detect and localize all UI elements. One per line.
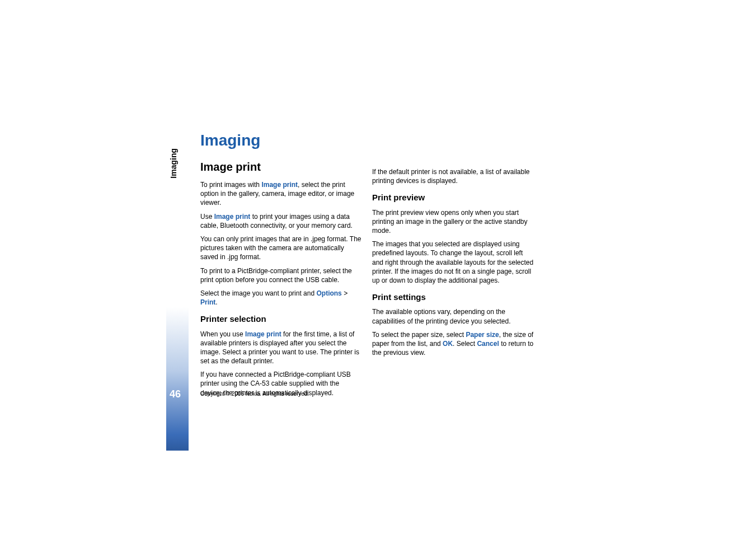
link-paper-size[interactable]: Paper size — [466, 331, 499, 339]
subheading-printer-selection: Printer selection — [200, 313, 362, 325]
sidebar-label-text: Imaging — [169, 148, 178, 179]
paragraph: To print to a PictBridge-compliant print… — [200, 266, 362, 284]
text-run: > — [342, 289, 348, 297]
paragraph: If the default printer is not available,… — [372, 167, 534, 185]
copyright-text: Copyright © 2006 Nokia. All rights reser… — [200, 391, 309, 397]
text-run: . — [215, 298, 217, 306]
text-run: Select the image you want to print and — [200, 289, 316, 297]
section-heading-image-print: Image print — [200, 160, 362, 175]
paragraph: The print preview view opens only when y… — [372, 208, 534, 236]
paragraph: You can only print images that are in .j… — [200, 235, 362, 262]
right-column: If the default printer is not available,… — [372, 160, 534, 362]
link-image-print[interactable]: Image print — [245, 330, 281, 338]
link-image-print[interactable]: Image print — [214, 213, 251, 221]
text-run: To print images with — [200, 181, 261, 189]
paragraph: To print images with Image print, select… — [200, 180, 362, 208]
paragraph: The images that you selected are display… — [372, 240, 534, 285]
paragraph: To select the paper size, select Paper s… — [372, 330, 534, 358]
text-run: When you use — [200, 330, 245, 338]
subheading-print-preview: Print preview — [372, 192, 534, 203]
paragraph: Use Image print to print your images usi… — [200, 212, 362, 230]
paragraph: The available options vary, depending on… — [372, 307, 534, 325]
text-run: To select the paper size, select — [372, 331, 466, 339]
left-column: Image print To print images with Image p… — [200, 160, 362, 402]
paragraph: When you use Image print for the first t… — [200, 330, 362, 366]
link-print[interactable]: Print — [200, 298, 215, 306]
page-number: 46 — [170, 388, 181, 400]
text-run: . Select — [453, 340, 477, 348]
link-options[interactable]: Options — [316, 289, 341, 297]
page-title: Imaging — [200, 132, 260, 149]
link-cancel[interactable]: Cancel — [477, 340, 499, 348]
sidebar-gradient — [166, 132, 189, 451]
link-image-print[interactable]: Image print — [261, 181, 298, 189]
subheading-print-settings: Print settings — [372, 292, 534, 303]
sidebar-section-label: Imaging — [169, 118, 178, 148]
text-run: Use — [200, 213, 214, 221]
link-ok[interactable]: OK — [443, 340, 453, 348]
paragraph: Select the image you want to print and O… — [200, 289, 362, 307]
